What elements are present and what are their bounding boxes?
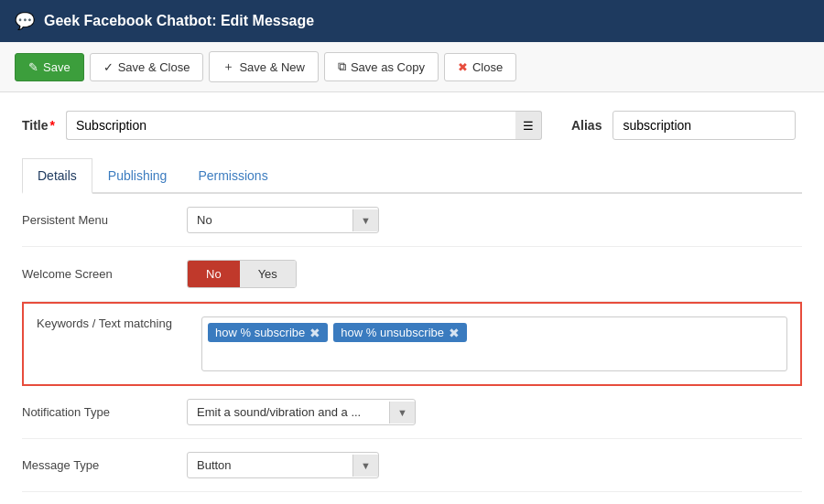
toolbar: ✎ Save ✓ Save & Close ＋ Save & New ⧉ Sav… bbox=[0, 42, 824, 92]
notification-type-row: Notification Type Emit a sound/vibration… bbox=[22, 386, 802, 439]
content-area: Title* ☰ Alias Details Publishing Permis… bbox=[0, 92, 824, 504]
page-header: 💬 Geek Facebook Chatbot: Edit Message bbox=[0, 0, 824, 42]
notification-type-select[interactable]: Emit a sound/vibration and a ... bbox=[188, 400, 389, 424]
keywords-label: Keywords / Text matching bbox=[37, 316, 201, 330]
persistent-menu-select-wrapper: No Yes ▼ bbox=[187, 207, 379, 233]
welcome-screen-row: Welcome Screen No Yes bbox=[22, 247, 802, 302]
close-button[interactable]: ✖ Close bbox=[444, 53, 516, 81]
persistent-menu-row: Persistent Menu No Yes ▼ bbox=[22, 194, 802, 247]
notification-type-control: Emit a sound/vibration and a ... ▼ bbox=[187, 399, 802, 425]
message-type-label: Message Type bbox=[22, 458, 187, 472]
keyword-text-1: how % unsubscribe bbox=[341, 326, 444, 339]
persistent-menu-select[interactable]: No Yes bbox=[188, 208, 352, 232]
persistent-menu-control: No Yes ▼ bbox=[187, 207, 802, 233]
form-section: Persistent Menu No Yes ▼ Welcome Screen … bbox=[22, 194, 802, 504]
tab-permissions[interactable]: Permissions bbox=[182, 158, 283, 194]
keywords-row: Keywords / Text matching how % subscribe… bbox=[22, 302, 802, 386]
message-type-select-wrapper: Button Text Image ▼ bbox=[187, 452, 379, 478]
title-options-button[interactable]: ☰ bbox=[515, 111, 542, 140]
notification-type-select-wrapper: Emit a sound/vibration and a ... ▼ bbox=[187, 399, 416, 425]
page-title: Geek Facebook Chatbot: Edit Message bbox=[44, 13, 314, 29]
title-input-wrapper: ☰ bbox=[66, 111, 542, 140]
message-type-control: Button Text Image ▼ bbox=[187, 452, 802, 478]
text-row: Text Hi [first_name], This message is fo… bbox=[22, 492, 802, 504]
notification-type-label: Notification Type bbox=[22, 405, 187, 419]
chatbot-icon: 💬 bbox=[15, 11, 35, 31]
welcome-screen-control: No Yes bbox=[187, 260, 802, 288]
save-button[interactable]: ✎ Save bbox=[15, 53, 84, 81]
alias-input[interactable] bbox=[613, 111, 796, 140]
keyword-remove-0[interactable]: ✖ bbox=[309, 327, 320, 339]
notification-select-arrow-icon: ▼ bbox=[389, 402, 415, 424]
keyword-text-0: how % subscribe bbox=[215, 326, 305, 339]
message-type-select-arrow-icon: ▼ bbox=[352, 455, 378, 477]
close-icon: ✖ bbox=[458, 60, 468, 74]
copy-icon: ⧉ bbox=[338, 59, 346, 74]
save-icon: ✎ bbox=[28, 60, 38, 74]
keyword-tag-1: how % unsubscribe ✖ bbox=[333, 323, 467, 342]
save-new-button[interactable]: ＋ Save & New bbox=[209, 51, 319, 82]
keyword-tag-0: how % subscribe ✖ bbox=[208, 323, 328, 342]
list-icon: ☰ bbox=[523, 119, 534, 133]
tab-publishing[interactable]: Publishing bbox=[92, 158, 183, 194]
tab-details[interactable]: Details bbox=[22, 158, 92, 194]
save-copy-button[interactable]: ⧉ Save as Copy bbox=[324, 52, 439, 81]
toggle-no-button[interactable]: No bbox=[188, 261, 240, 287]
title-row: Title* ☰ Alias bbox=[22, 111, 802, 140]
tabs: Details Publishing Permissions bbox=[22, 158, 802, 194]
alias-label: Alias bbox=[571, 118, 602, 133]
persistent-menu-label: Persistent Menu bbox=[22, 213, 187, 227]
welcome-screen-label: Welcome Screen bbox=[22, 267, 187, 281]
welcome-screen-toggle: No Yes bbox=[187, 260, 297, 288]
message-type-select[interactable]: Button Text Image bbox=[188, 453, 352, 477]
select-arrow-icon: ▼ bbox=[352, 209, 378, 231]
toggle-yes-button[interactable]: Yes bbox=[240, 261, 296, 287]
keyword-remove-1[interactable]: ✖ bbox=[449, 327, 460, 339]
keywords-area[interactable]: how % subscribe ✖ how % unsubscribe ✖ bbox=[201, 316, 787, 371]
title-label: Title* bbox=[22, 118, 55, 133]
message-type-row: Message Type Button Text Image ▼ bbox=[22, 439, 802, 492]
keywords-control: how % subscribe ✖ how % unsubscribe ✖ bbox=[201, 316, 787, 371]
plus-icon: ＋ bbox=[222, 59, 234, 75]
check-icon: ✓ bbox=[103, 60, 114, 74]
save-close-button[interactable]: ✓ Save & Close bbox=[90, 53, 204, 81]
required-indicator: * bbox=[50, 118, 55, 133]
title-input[interactable] bbox=[66, 111, 515, 140]
